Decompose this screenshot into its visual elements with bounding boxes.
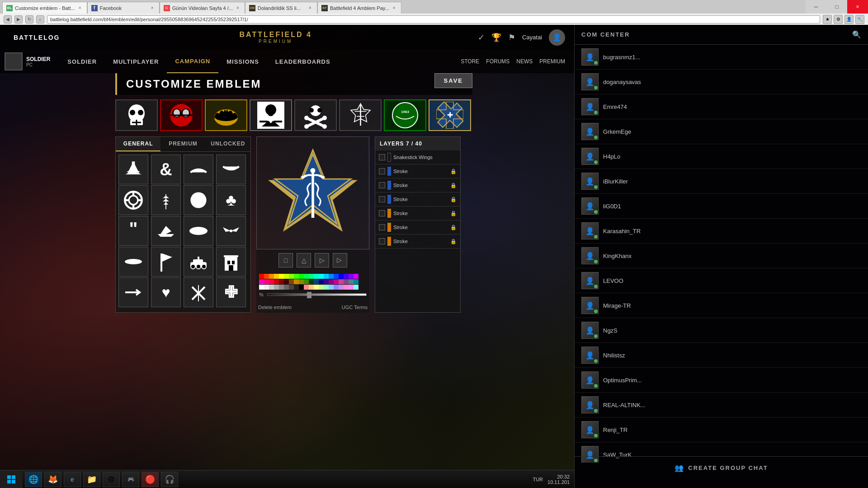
color-swatch[interactable]: [269, 285, 274, 290]
emblem-preset-medical[interactable]: ✚: [429, 99, 471, 131]
nav-multiplayer[interactable]: MULTIPLAYER: [105, 50, 167, 73]
color-swatch[interactable]: [274, 274, 279, 279]
back-button[interactable]: ◀: [4, 15, 12, 23]
tab-unlocked[interactable]: UNLOCKED: [206, 137, 250, 151]
color-swatch[interactable]: [284, 279, 289, 284]
nav-premium[interactable]: PREMIUM: [539, 58, 565, 65]
color-swatch[interactable]: [324, 285, 329, 290]
color-swatch[interactable]: [339, 274, 344, 279]
friend-list-item[interactable]: 👤 KingKhanx: [575, 244, 868, 268]
color-swatch[interactable]: [319, 274, 324, 279]
checkmark-icon[interactable]: ✓: [478, 33, 485, 42]
friend-list-item[interactable]: 👤 doganaysavas: [575, 70, 868, 94]
color-swatch[interactable]: [354, 279, 359, 284]
tab-facebook[interactable]: f Facebook ×: [87, 2, 160, 14]
color-swatch[interactable]: [324, 279, 329, 284]
taskbar-headset[interactable]: 🎧: [161, 472, 178, 487]
layer-item[interactable]: Stroke 🔒: [375, 206, 460, 221]
nav-news[interactable]: NEWS: [516, 58, 533, 65]
tab-general[interactable]: GENERAL: [116, 137, 160, 151]
symbol-flag[interactable]: [151, 247, 181, 277]
friend-list-item[interactable]: 👤 bugrasnmz1...: [575, 45, 868, 70]
friend-list-item[interactable]: 👤 H4pLo: [575, 144, 868, 169]
symbol-quote[interactable]: ": [118, 216, 148, 246]
friend-list-item[interactable]: 👤 iBlurKiller: [575, 169, 868, 194]
color-swatch[interactable]: [299, 279, 304, 284]
create-group-chat-button[interactable]: 👥 CREATE GROUP CHAT: [575, 456, 868, 479]
color-swatch[interactable]: [314, 285, 319, 290]
layer-checkbox[interactable]: [379, 238, 385, 244]
color-swatch[interactable]: [279, 274, 284, 279]
tab-bf4-pay[interactable]: BF Battlefield 4 Amblem Pay... ×: [317, 2, 401, 14]
tab-premium[interactable]: PREMIUM: [160, 137, 205, 151]
refresh-button[interactable]: ↻: [25, 15, 33, 23]
color-swatch[interactable]: [269, 279, 274, 284]
color-swatch[interactable]: [309, 285, 314, 290]
color-swatch[interactable]: [289, 279, 294, 284]
tool-select[interactable]: □: [278, 253, 293, 267]
color-swatch[interactable]: [354, 285, 359, 290]
color-swatch[interactable]: [259, 279, 264, 284]
layer-item[interactable]: Stroke 🔒: [375, 164, 460, 178]
tab-close-5[interactable]: ×: [391, 5, 397, 11]
layer-checkbox[interactable]: [379, 196, 385, 202]
user-button[interactable]: 👤: [844, 15, 854, 24]
color-swatch[interactable]: [309, 274, 314, 279]
color-swatch[interactable]: [299, 274, 304, 279]
trophy-icon[interactable]: 🏆: [491, 33, 501, 42]
opacity-slider[interactable]: [267, 293, 367, 296]
color-swatch[interactable]: [274, 285, 279, 290]
save-button[interactable]: SAVE: [434, 73, 472, 88]
tab-close-2[interactable]: ×: [149, 5, 156, 11]
friend-list-item[interactable]: 👤 Karasahin_TR: [575, 219, 868, 244]
friend-list-item[interactable]: 👤 NgzS: [575, 318, 868, 343]
color-swatch[interactable]: [354, 274, 359, 279]
bookmark-button[interactable]: ★: [823, 15, 832, 24]
nav-soldier[interactable]: SOLDIER: [59, 50, 105, 73]
color-swatch[interactable]: [289, 274, 294, 279]
tab-bf4-emblem[interactable]: BL Customize emblem - Batt... ×: [2, 2, 87, 14]
nav-forums[interactable]: FORUMS: [486, 58, 509, 65]
user-avatar[interactable]: 👤: [549, 29, 565, 46]
taskbar-chrome[interactable]: 🌐: [25, 472, 42, 487]
symbol-wings[interactable]: [216, 216, 246, 246]
symbol-curve2[interactable]: [216, 155, 246, 184]
settings-button[interactable]: ⚙: [834, 15, 843, 24]
color-swatch[interactable]: [329, 279, 334, 284]
delete-emblem-button[interactable]: Delete emblem: [258, 305, 292, 310]
friend-list-item[interactable]: 👤 Nhilistsz: [575, 343, 868, 368]
layer-item[interactable]: Stroke 🔒: [375, 235, 460, 249]
layer-checkbox[interactable]: [379, 154, 385, 160]
color-swatch[interactable]: [289, 285, 294, 290]
nav-leaderboards[interactable]: LEADERBOARDS: [267, 50, 339, 73]
tab-close-1[interactable]: ×: [77, 5, 83, 11]
friend-list-item[interactable]: 👤 GrkemEge: [575, 119, 868, 144]
extensions-button[interactable]: 🔧: [855, 15, 864, 24]
color-swatch[interactable]: [304, 274, 309, 279]
symbol-boat[interactable]: [151, 216, 181, 246]
friend-list-item[interactable]: 👤 Renji_TR: [575, 418, 868, 442]
color-swatch[interactable]: [259, 274, 264, 279]
friend-list-item[interactable]: 👤 liG0D1: [575, 194, 868, 219]
symbol-lifering[interactable]: [118, 185, 148, 215]
symbol-arrow[interactable]: [118, 277, 148, 307]
close-button[interactable]: ×: [847, 0, 868, 14]
color-swatch[interactable]: [264, 274, 269, 279]
color-swatch[interactable]: [339, 279, 344, 284]
nav-store[interactable]: STORE: [461, 58, 479, 65]
symbol-curve1[interactable]: [184, 155, 213, 184]
nav-missions[interactable]: MISSIONS: [218, 50, 267, 73]
taskbar-steam[interactable]: 🎮: [122, 472, 139, 487]
emblem-preset-skull[interactable]: [115, 99, 158, 131]
color-swatch[interactable]: [294, 279, 299, 284]
color-swatch[interactable]: [314, 279, 319, 284]
symbol-tank[interactable]: [184, 247, 213, 277]
emblem-preset-crossbones[interactable]: [294, 99, 337, 131]
color-swatch[interactable]: [294, 274, 299, 279]
friend-list-item[interactable]: 👤 REAL-ALTINK...: [575, 393, 868, 418]
color-swatch[interactable]: [344, 279, 349, 284]
tab-close-4[interactable]: ×: [307, 5, 313, 11]
layer-checkbox[interactable]: [379, 210, 385, 216]
layer-item[interactable]: Snakestick Wings: [375, 150, 460, 164]
layer-checkbox[interactable]: [379, 182, 385, 188]
